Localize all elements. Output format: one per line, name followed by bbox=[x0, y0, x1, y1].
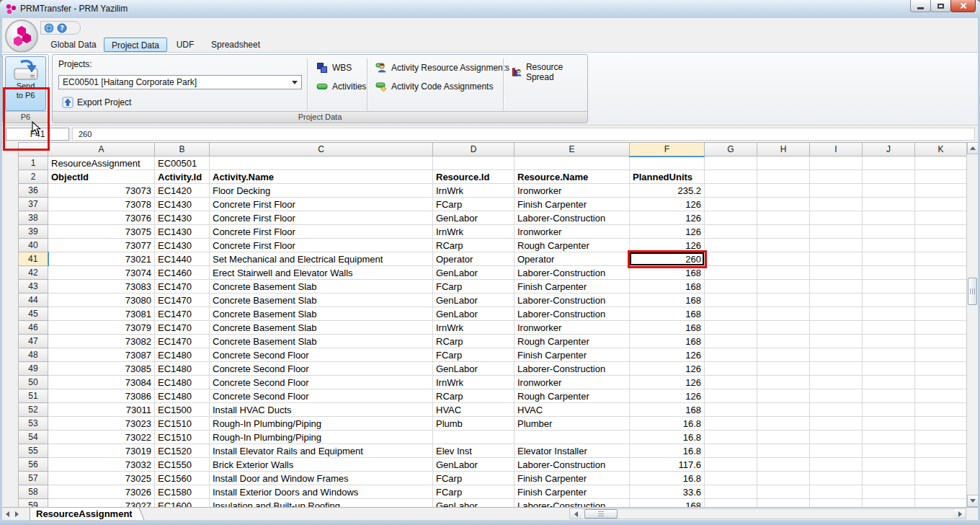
cell-J38[interactable] bbox=[863, 211, 915, 225]
cell-I41[interactable] bbox=[810, 252, 863, 266]
cell-F36[interactable]: 235.2 bbox=[630, 184, 705, 198]
cell-B44[interactable]: EC1470 bbox=[155, 294, 210, 307]
export-project-button[interactable]: Export Project bbox=[59, 95, 134, 110]
cell-J56[interactable] bbox=[863, 458, 915, 472]
cell-F42[interactable]: 168 bbox=[630, 266, 705, 280]
tab-project-data[interactable]: Project Data bbox=[104, 38, 167, 52]
cell-D43[interactable]: FCarp bbox=[433, 280, 514, 294]
cell-B37[interactable]: EC1430 bbox=[155, 198, 210, 211]
cell-A41[interactable]: 73021 bbox=[48, 252, 155, 266]
cell-G59[interactable] bbox=[705, 499, 757, 508]
column-header-a[interactable]: A bbox=[48, 143, 155, 156]
cell-J40[interactable] bbox=[863, 239, 915, 252]
cell-A50[interactable]: 73084 bbox=[48, 376, 155, 389]
cell-K38[interactable] bbox=[915, 211, 967, 225]
cell-J48[interactable] bbox=[863, 348, 915, 362]
cell-G54[interactable] bbox=[705, 431, 757, 444]
sheet-nav-left-button[interactable] bbox=[6, 511, 9, 517]
cell-H40[interactable] bbox=[757, 239, 810, 252]
cell-E45[interactable]: Laborer-Construction bbox=[514, 307, 630, 321]
cell-I43[interactable] bbox=[810, 280, 863, 294]
cell-K48[interactable] bbox=[915, 348, 967, 362]
cell-G52[interactable] bbox=[705, 403, 757, 417]
cell-K58[interactable] bbox=[915, 485, 967, 499]
cell-D49[interactable]: GenLabor bbox=[433, 362, 514, 376]
cell-J59[interactable] bbox=[863, 499, 915, 508]
cell-H54[interactable] bbox=[757, 431, 810, 444]
cell-A51[interactable]: 73086 bbox=[48, 389, 155, 403]
cell-I52[interactable] bbox=[810, 403, 863, 417]
cell-D1[interactable] bbox=[433, 156, 514, 170]
cell-K39[interactable] bbox=[915, 225, 967, 239]
cell-B54[interactable]: EC1510 bbox=[155, 431, 210, 444]
cell-J51[interactable] bbox=[863, 389, 915, 403]
row-header-42[interactable]: 42 bbox=[19, 266, 48, 280]
cell-A44[interactable]: 73080 bbox=[48, 294, 155, 307]
cell-G43[interactable] bbox=[705, 280, 757, 294]
cell-B50[interactable]: EC1480 bbox=[155, 376, 210, 389]
cell-K45[interactable] bbox=[915, 307, 967, 321]
cell-K41[interactable] bbox=[915, 252, 967, 266]
row-header-56[interactable]: 56 bbox=[19, 458, 48, 472]
row-header-38[interactable]: 38 bbox=[19, 211, 48, 225]
cell-F59[interactable]: 168 bbox=[630, 499, 705, 508]
maximize-button[interactable] bbox=[930, 0, 951, 12]
cell-C51[interactable]: Concrete Second Floor bbox=[210, 389, 433, 403]
cell-J43[interactable] bbox=[863, 280, 915, 294]
cell-C44[interactable]: Concrete Basement Slab bbox=[210, 294, 433, 307]
cell-D52[interactable]: HVAC bbox=[433, 403, 514, 417]
cell-D39[interactable]: IrnWrk bbox=[433, 225, 514, 239]
cell-G1[interactable] bbox=[705, 156, 757, 170]
cell-J49[interactable] bbox=[863, 362, 915, 376]
cell-H47[interactable] bbox=[757, 335, 810, 348]
row-header-36[interactable]: 36 bbox=[19, 184, 48, 198]
cell-G55[interactable] bbox=[705, 444, 757, 458]
cell-K36[interactable] bbox=[915, 184, 967, 198]
cell-G42[interactable] bbox=[705, 266, 757, 280]
cell-G49[interactable] bbox=[705, 362, 757, 376]
row-header-40[interactable]: 40 bbox=[19, 239, 48, 252]
cell-G46[interactable] bbox=[705, 321, 757, 335]
cell-C50[interactable]: Concrete Second Floor bbox=[210, 376, 433, 389]
column-header-h[interactable]: H bbox=[757, 143, 810, 156]
cell-A55[interactable]: 73019 bbox=[48, 444, 155, 458]
cell-F53[interactable]: 16.8 bbox=[630, 417, 705, 431]
cell-H51[interactable] bbox=[757, 389, 810, 403]
cell-G44[interactable] bbox=[705, 294, 757, 307]
cell-I53[interactable] bbox=[810, 417, 863, 431]
cell-B59[interactable]: EC1600 bbox=[155, 499, 210, 508]
cell-B36[interactable]: EC1420 bbox=[155, 184, 210, 198]
cell-H39[interactable] bbox=[757, 225, 810, 239]
cell-H52[interactable] bbox=[757, 403, 810, 417]
cell-J39[interactable] bbox=[863, 225, 915, 239]
cell-G39[interactable] bbox=[705, 225, 757, 239]
cell-H43[interactable] bbox=[757, 280, 810, 294]
cell-F48[interactable]: 126 bbox=[630, 348, 705, 362]
cell-B40[interactable]: EC1430 bbox=[155, 239, 210, 252]
vertical-scrollbar[interactable] bbox=[966, 142, 978, 507]
cell-A52[interactable]: 73011 bbox=[48, 403, 155, 417]
cell-G47[interactable] bbox=[705, 335, 757, 348]
column-header-e[interactable]: E bbox=[514, 143, 630, 156]
cell-J44[interactable] bbox=[863, 294, 915, 307]
cell-G38[interactable] bbox=[705, 211, 757, 225]
vertical-scroll-thumb[interactable] bbox=[968, 278, 977, 305]
cell-E52[interactable]: HVAC bbox=[514, 403, 630, 417]
row-header-41[interactable]: 41 bbox=[19, 252, 48, 266]
cell-F37[interactable]: 126 bbox=[630, 198, 705, 211]
cell-F52[interactable]: 168 bbox=[630, 403, 705, 417]
cell-F55[interactable]: 16.8 bbox=[630, 444, 705, 458]
column-header-f[interactable]: F bbox=[630, 143, 705, 156]
cell-D58[interactable]: FCarp bbox=[433, 485, 514, 499]
cell-D56[interactable]: GenLabor bbox=[433, 458, 514, 472]
cell-H1[interactable] bbox=[757, 156, 810, 170]
cell-G51[interactable] bbox=[705, 389, 757, 403]
cell-H50[interactable] bbox=[757, 376, 810, 389]
cell-K54[interactable] bbox=[915, 431, 967, 444]
cell-D41[interactable]: Operator bbox=[433, 252, 514, 266]
cell-F57[interactable]: 16.8 bbox=[630, 472, 705, 485]
cell-H57[interactable] bbox=[757, 472, 810, 485]
send-to-p6-button[interactable]: Send to P6 bbox=[5, 56, 46, 111]
horizontal-scrollbar[interactable] bbox=[569, 508, 966, 519]
cell-H42[interactable] bbox=[757, 266, 810, 280]
